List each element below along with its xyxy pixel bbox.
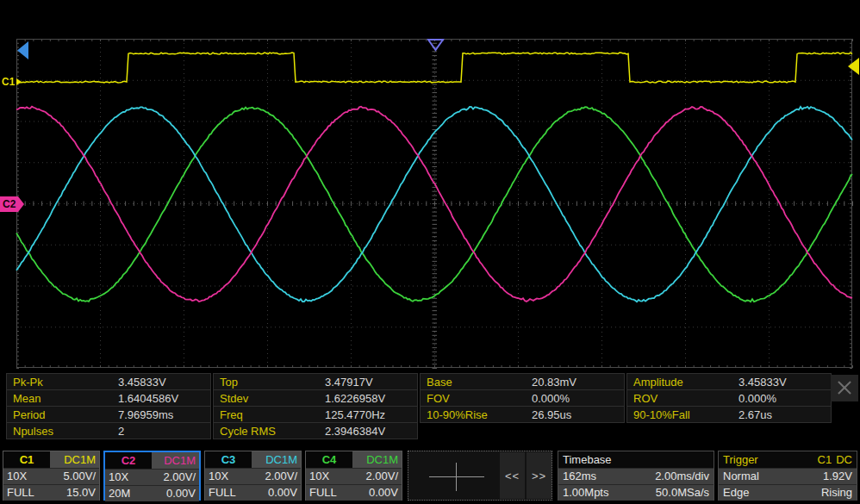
measurement-row: 90-10%Fall2.67us xyxy=(626,406,832,423)
measure-value: 3.47917V xyxy=(325,376,373,389)
trigger-coupling: DC xyxy=(836,451,852,468)
trigger-title: Trigger xyxy=(723,451,758,468)
channel-name-badge: C2 xyxy=(105,452,152,469)
crosshair-icon xyxy=(429,476,484,477)
measure-label: Period xyxy=(7,408,118,421)
channel-offset: 0.00V xyxy=(369,485,398,501)
measurement-panel: Pk-Pk3.45833V Mean1.6404586V Period7.969… xyxy=(0,373,860,445)
scroll-left-button[interactable]: << xyxy=(500,452,525,499)
channel-probe: 10X xyxy=(209,469,228,484)
measure-label: Pk-Pk xyxy=(7,376,118,389)
trigger-mode: Normal xyxy=(723,469,759,484)
c1-offset-marker[interactable]: C1 xyxy=(2,76,22,88)
measurement-row: Freq125.4770Hz xyxy=(213,406,418,423)
waveform-area: C1 C2 xyxy=(0,0,860,372)
channel-box-c1[interactable]: C1DC1M 10X5.00V/ FULL15.0V xyxy=(3,451,100,501)
timebase-memory: 1.00Mpts xyxy=(563,485,608,501)
channel-scale: 5.00V/ xyxy=(63,469,96,484)
scroll-right-button[interactable]: >> xyxy=(527,452,552,499)
channel-name-badge: C3 xyxy=(205,451,252,468)
channel-bandwidth: FULL xyxy=(309,485,337,501)
channel-box-c4[interactable]: C4DC1M 10X2.00V/ FULL0.00V xyxy=(305,451,402,501)
status-bar: C1DC1M 10X5.00V/ FULL15.0V C2DC1M 10X2.0… xyxy=(0,449,860,504)
measurement-row: Amplitude3.45833V xyxy=(626,373,832,390)
waveform-canvas[interactable] xyxy=(0,0,860,372)
measure-label: Freq xyxy=(214,408,325,421)
crosshair-icon xyxy=(456,463,457,491)
measure-label: Npulses xyxy=(7,425,118,438)
measure-value: 7.96959ms xyxy=(118,408,173,421)
measure-value: 3.45833V xyxy=(738,376,787,389)
channel-coupling: DC1M xyxy=(50,451,99,468)
measurement-row: Top3.47917V xyxy=(213,373,418,390)
measurement-row: Mean1.6404586V xyxy=(6,389,211,407)
c1-offset-arrow-icon xyxy=(16,78,22,85)
measurement-group-1: Pk-Pk3.45833V Mean1.6404586V Period7.969… xyxy=(6,374,211,439)
measure-label: Cycle RMS xyxy=(214,425,325,438)
measure-value: 3.45833V xyxy=(118,376,166,389)
measurement-row: Npulses2 xyxy=(6,422,211,439)
timebase-title: Timebase xyxy=(563,451,612,468)
trigger-box[interactable]: Trigger C1 DC Normal1.92V EdgeRising xyxy=(718,451,857,501)
channel-offset: 15.0V xyxy=(66,485,96,501)
measurement-row: FOV0.000% xyxy=(420,389,625,407)
horizontal-reference-marker-icon[interactable] xyxy=(427,39,445,52)
measure-value: 0.000% xyxy=(738,392,776,405)
measure-label: Top xyxy=(214,376,325,389)
measure-label: 90-10%Fall xyxy=(627,408,738,421)
channel-probe: 10X xyxy=(7,469,27,484)
measurement-group-4: Amplitude3.45833V ROV0.000% 90-10%Fall2.… xyxy=(626,374,832,423)
measure-value: 1.6226958V xyxy=(325,392,385,405)
trigger-source: C1 xyxy=(818,451,832,468)
measurement-group-3: Base20.83mV FOV0.000% 10-90%Rise26.95us xyxy=(420,374,625,423)
channel-coupling: DC1M xyxy=(152,452,199,469)
c2-offset-arrow-icon xyxy=(18,196,24,212)
measure-label: 10-90%Rise xyxy=(421,408,532,421)
close-measurements-button[interactable] xyxy=(831,375,858,401)
channel-box-c3[interactable]: C3DC1M 10X2.00V/ FULL0.00V xyxy=(204,451,302,501)
trigger-level-marker-icon[interactable] xyxy=(847,58,860,76)
timebase-box[interactable]: Timebase 162ms2.00ms/div 1.00Mpts50.0MSa… xyxy=(558,451,714,501)
measure-value: 0.000% xyxy=(532,392,570,405)
trigger-type: Edge xyxy=(723,485,749,501)
channel-name-badge: C4 xyxy=(306,451,352,468)
measure-label: ROV xyxy=(627,392,738,405)
channel-scale: 2.00V/ xyxy=(163,470,196,485)
c2-offset-marker[interactable]: C2 xyxy=(0,196,24,212)
measurement-row: ROV0.000% xyxy=(626,389,832,407)
measurement-row: 10-90%Rise26.95us xyxy=(420,406,625,423)
trigger-level: 1.92V xyxy=(823,469,852,484)
channel-bandwidth: FULL xyxy=(209,485,236,501)
channel-name-badge: C1 xyxy=(3,451,50,468)
measure-label: Amplitude xyxy=(627,376,738,389)
channel-bandwidth: 20M xyxy=(109,486,130,501)
channel-probe: 10X xyxy=(309,469,329,484)
measure-value: 20.83mV xyxy=(532,376,576,389)
horizontal-position-pad[interactable]: << >> xyxy=(408,451,552,501)
measure-value: 1.6404586V xyxy=(118,392,178,405)
timebase-delay: 162ms xyxy=(563,469,596,484)
measure-value: 2.67us xyxy=(738,408,772,421)
measurement-row: Base20.83mV xyxy=(420,373,625,390)
measure-label: Mean xyxy=(7,392,118,405)
channel-coupling: DC1M xyxy=(352,451,402,468)
c1-offset-label: C1 xyxy=(2,76,15,88)
channel-box-c2[interactable]: C2DC1M 10X2.00V/ 20M0.00V xyxy=(103,451,201,501)
channel-probe: 10X xyxy=(109,470,128,485)
c2-offset-label: C2 xyxy=(0,196,18,212)
measure-label: Base xyxy=(421,376,532,389)
trigger-position-marker-icon[interactable] xyxy=(16,40,29,61)
measure-label: FOV xyxy=(421,392,532,405)
channel-scale: 2.00V/ xyxy=(365,469,398,484)
channel-bandwidth: FULL xyxy=(7,485,34,501)
measurement-row: Period7.96959ms xyxy=(6,406,211,423)
measure-value: 26.95us xyxy=(532,408,571,421)
channel-offset: 0.00V xyxy=(166,486,196,501)
measure-value: 2.3946384V xyxy=(325,425,385,438)
oscilloscope-screen: C1 C2 Pk-Pk3.45833V Mean1.6404586V Perio… xyxy=(0,0,860,504)
timebase-scale: 2.00ms/div xyxy=(655,469,709,484)
measurement-row: Pk-Pk3.45833V xyxy=(6,373,211,390)
measure-value: 125.4770Hz xyxy=(325,408,385,421)
measure-value: 2 xyxy=(118,425,124,438)
channel-coupling: DC1M xyxy=(252,451,301,468)
